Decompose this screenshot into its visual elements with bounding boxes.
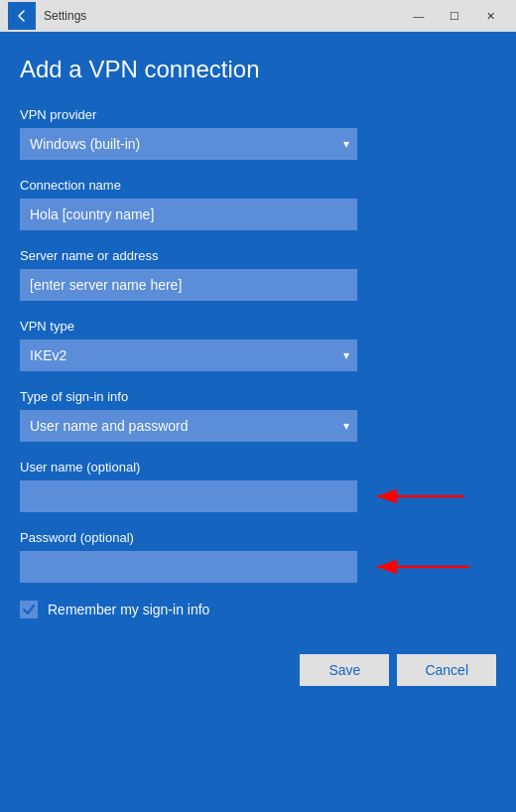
password-group: Password (optional)	[20, 530, 496, 583]
save-button[interactable]: Save	[300, 654, 389, 686]
checkmark-icon	[22, 603, 36, 616]
password-label: Password (optional)	[20, 530, 496, 545]
username-input-wrapper	[20, 480, 357, 512]
maximize-button[interactable]: ☐	[437, 0, 472, 32]
window-controls: — ☐ ✕	[401, 0, 508, 32]
username-arrow-icon	[367, 481, 466, 511]
title-bar: Settings — ☐ ✕	[0, 0, 516, 32]
password-arrow-icon	[367, 552, 471, 582]
sign-in-type-label: Type of sign-in info	[20, 389, 496, 404]
back-button[interactable]	[8, 2, 36, 30]
vpn-provider-select[interactable]: Windows (built-in)	[20, 128, 357, 160]
sign-in-type-group: Type of sign-in info User name and passw…	[20, 389, 496, 442]
username-label: User name (optional)	[20, 460, 496, 474]
page-title: Add a VPN connection	[20, 56, 496, 83]
main-content: Add a VPN connection VPN provider Window…	[0, 32, 516, 812]
server-name-group: Server name or address	[20, 248, 496, 301]
username-input[interactable]	[20, 480, 357, 512]
remember-checkbox[interactable]	[20, 601, 38, 618]
vpn-provider-wrapper: Windows (built-in) ▾	[20, 128, 357, 160]
server-name-input[interactable]	[20, 269, 357, 301]
button-row: Save Cancel	[20, 646, 496, 686]
vpn-type-group: VPN type IKEv2 PPTP L2TP/IPsec SSTP ▾	[20, 319, 496, 371]
connection-name-group: Connection name	[20, 178, 496, 230]
window-title: Settings	[44, 9, 401, 23]
vpn-type-label: VPN type	[20, 319, 496, 334]
password-input-wrapper	[20, 551, 357, 583]
username-group: User name (optional)	[20, 460, 496, 512]
remember-label: Remember my sign-in info	[48, 602, 209, 617]
server-name-label: Server name or address	[20, 248, 496, 263]
connection-name-label: Connection name	[20, 178, 496, 193]
cancel-button[interactable]: Cancel	[397, 654, 496, 686]
remember-signin-row: Remember my sign-in info	[20, 601, 496, 618]
vpn-type-select[interactable]: IKEv2 PPTP L2TP/IPsec SSTP	[20, 339, 357, 371]
close-button[interactable]: ✕	[472, 0, 508, 32]
sign-in-type-wrapper: User name and password Certificate Smart…	[20, 410, 357, 442]
password-input[interactable]	[20, 551, 357, 583]
vpn-provider-group: VPN provider Windows (built-in) ▾	[20, 107, 496, 160]
minimize-button[interactable]: —	[401, 0, 437, 32]
connection-name-input[interactable]	[20, 199, 357, 230]
vpn-type-wrapper: IKEv2 PPTP L2TP/IPsec SSTP ▾	[20, 339, 357, 371]
vpn-provider-label: VPN provider	[20, 107, 496, 122]
sign-in-type-select[interactable]: User name and password Certificate Smart…	[20, 410, 357, 442]
